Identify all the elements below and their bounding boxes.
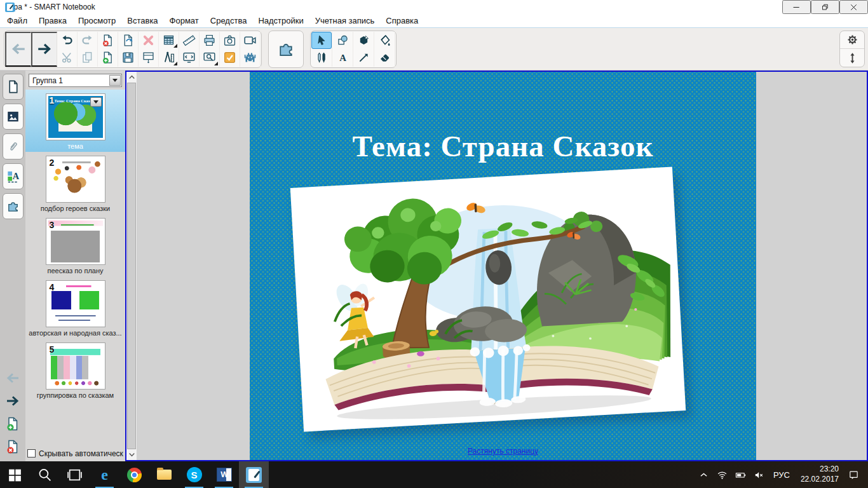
shapes-tool-button[interactable]: [332, 32, 353, 50]
forward-button[interactable]: [31, 32, 57, 67]
scrollbar-thumb[interactable]: [127, 83, 136, 449]
properties-tab[interactable]: A: [3, 163, 24, 189]
lab-activity-button[interactable]: [240, 49, 260, 67]
paste-button[interactable]: [118, 32, 138, 50]
page-sorter-tab[interactable]: [3, 74, 24, 100]
menu-item[interactable]: Средства: [205, 15, 253, 27]
menu-item[interactable]: Справка: [380, 15, 424, 27]
response-button[interactable]: [220, 49, 240, 67]
page-thumbnail-item[interactable]: Тема: Страна Сказок 1 тема: [25, 90, 125, 152]
add-page-button[interactable]: [5, 416, 20, 433]
page-thumbnail[interactable]: Тема: Страна Сказок 3: [46, 219, 105, 264]
fullscreen-button[interactable]: [179, 49, 199, 67]
page-thumbnail-item[interactable]: Тема: Страна Сказок 3 пеесказ по плану: [25, 214, 125, 276]
task-view-button[interactable]: [60, 461, 90, 488]
tray-chevron-button[interactable]: [696, 470, 712, 480]
storybook-image[interactable]: [290, 166, 686, 431]
toolbar-column: [98, 32, 118, 67]
menu-item[interactable]: Правка: [33, 15, 72, 27]
page-number: 5: [50, 344, 55, 355]
clock[interactable]: 23:20 22.02.2017: [796, 464, 843, 484]
redo-button[interactable]: [78, 32, 97, 50]
scroll-up-button[interactable]: [126, 72, 137, 83]
slide-title-text[interactable]: Тема: Страна Сказок: [250, 129, 756, 163]
autohide-checkbox[interactable]: [27, 449, 36, 458]
tool-button-icon: [378, 51, 391, 64]
minimize-button[interactable]: [782, 0, 811, 14]
page-thumbnail[interactable]: Тема: Страна Сказок 5: [46, 343, 105, 389]
copy-button[interactable]: [78, 49, 97, 67]
menu-item[interactable]: Просмотр: [72, 15, 121, 27]
whiteboard-canvas-area[interactable]: Тема: Страна Сказок: [125, 71, 868, 461]
stretch-page-link[interactable]: Растянуть страницу: [250, 447, 756, 456]
start-button[interactable]: [0, 461, 30, 488]
shape-pen-tool-button[interactable]: [353, 32, 374, 50]
chrome-button[interactable]: [119, 461, 149, 488]
menu-item[interactable]: Учетная запись: [309, 15, 381, 27]
add-page-button[interactable]: [98, 49, 118, 67]
delete-page-button[interactable]: [5, 439, 20, 456]
ruler-button[interactable]: [179, 32, 199, 50]
measurement-tools-button[interactable]: [159, 49, 179, 67]
restore-button[interactable]: [811, 0, 839, 14]
page-thumbnail[interactable]: Тема: Страна Сказок 1: [46, 94, 105, 140]
menu-item[interactable]: Формат: [164, 15, 205, 27]
screen-recorder-button[interactable]: [240, 32, 260, 50]
back-button[interactable]: [5, 32, 31, 67]
toolbar-tools-group: A: [310, 30, 397, 68]
group-dropdown[interactable]: Группа 1: [29, 74, 122, 87]
toolbar-move-button[interactable]: [840, 49, 864, 67]
save-button[interactable]: [118, 49, 138, 67]
page-menu-button[interactable]: [90, 97, 102, 107]
screen-shade-button[interactable]: [139, 49, 158, 67]
menu-item[interactable]: Файл: [1, 15, 33, 27]
line-tool-button[interactable]: [353, 49, 374, 67]
slide-page[interactable]: Тема: Страна Сказок: [250, 72, 756, 460]
menu-item[interactable]: Вставка: [121, 15, 163, 27]
screen-capture-button[interactable]: [220, 32, 240, 50]
table-button[interactable]: [159, 32, 179, 50]
file-explorer-button[interactable]: [149, 461, 179, 488]
attachments-tab[interactable]: [3, 133, 24, 159]
gallery-tab[interactable]: [3, 104, 24, 130]
edge-button[interactable]: e: [90, 461, 119, 488]
delete-button[interactable]: [139, 32, 158, 50]
cut-button[interactable]: [57, 49, 77, 67]
settings-button[interactable]: [840, 31, 864, 49]
previous-page-button[interactable]: [5, 370, 20, 388]
skype-button[interactable]: S: [179, 461, 209, 488]
page-thumbnail-item[interactable]: Тема: Страна Сказок 2 подбор героев сказ…: [25, 152, 125, 214]
action-center-button[interactable]: [846, 470, 865, 480]
menu-item[interactable]: Надстройки: [252, 15, 309, 27]
eraser-tool-button[interactable]: [374, 49, 395, 67]
group-dropdown-arrow[interactable]: [109, 75, 121, 86]
page-thumbnail-item[interactable]: Тема: Страна Сказок 5 группировка по ска…: [25, 339, 125, 401]
toolbar-button-icon: [60, 51, 74, 64]
pens-tool-button[interactable]: [311, 49, 332, 66]
taskbar-app-icon: [126, 467, 142, 483]
smart-notebook-button[interactable]: [239, 461, 269, 488]
page-thumbnail[interactable]: Тема: Страна Сказок 2: [46, 156, 105, 202]
next-page-button[interactable]: [5, 393, 20, 410]
print-button[interactable]: [200, 32, 219, 50]
page-thumbnail[interactable]: Тема: Страна Сказок 4: [46, 281, 105, 327]
battery-button[interactable]: [733, 470, 749, 480]
word-button[interactable]: W: [209, 461, 239, 488]
volume-muted-button[interactable]: [751, 470, 767, 480]
text-tool-button[interactable]: A: [332, 49, 353, 67]
language-indicator[interactable]: РУС: [770, 470, 794, 480]
addons-tab[interactable]: [3, 193, 24, 219]
scroll-down-button[interactable]: [126, 449, 137, 460]
undo-button[interactable]: [57, 32, 77, 50]
canvas-vertical-scrollbar[interactable]: [126, 72, 137, 460]
delete-page-button[interactable]: [98, 32, 118, 50]
search-button[interactable]: [30, 461, 60, 488]
zoom-button[interactable]: [200, 49, 219, 67]
page-thumbnail-item[interactable]: Тема: Страна Сказок 4 авторская и народн…: [25, 276, 125, 339]
fill-tool-button[interactable]: [374, 32, 395, 50]
toolbar-nav-icon: [36, 41, 53, 57]
wifi-button[interactable]: [714, 470, 730, 480]
close-button[interactable]: [839, 0, 868, 14]
addons-button[interactable]: [268, 30, 304, 68]
select-tool-button[interactable]: [311, 32, 332, 50]
